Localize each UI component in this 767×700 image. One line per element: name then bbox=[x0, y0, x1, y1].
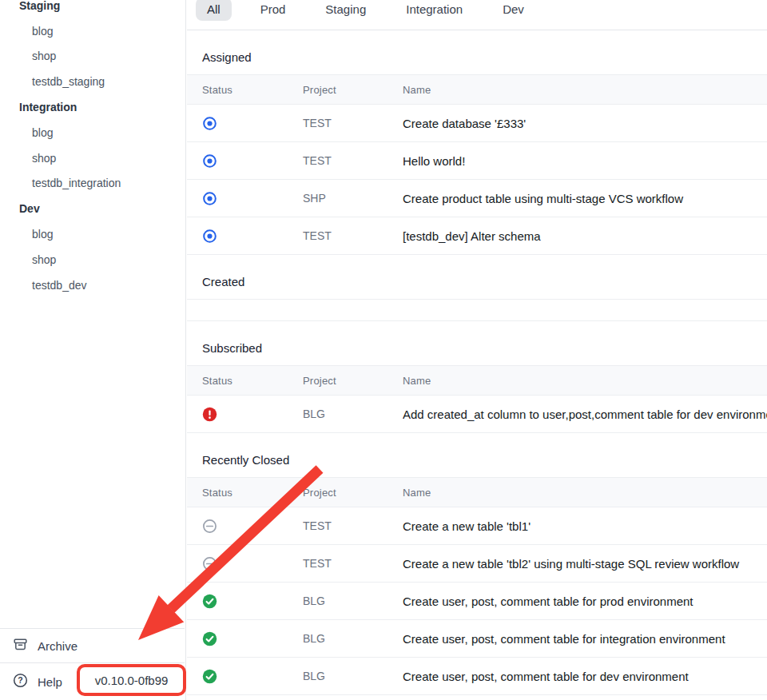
sidebar-db-testdb-dev[interactable]: testdb_dev bbox=[0, 272, 185, 298]
issue-canceled-icon bbox=[202, 556, 217, 571]
project-cell: BLG bbox=[303, 408, 403, 420]
issue-name-cell: Hello world! bbox=[403, 154, 767, 168]
svg-text:?: ? bbox=[18, 675, 22, 685]
issue-row[interactable]: TESTCreate a new table 'tbl1' bbox=[187, 507, 767, 545]
issue-name-cell: [testdb_dev] Alter schema bbox=[403, 229, 767, 243]
issue-done-icon bbox=[202, 669, 217, 684]
table-header: StatusProjectName bbox=[187, 365, 767, 396]
main-content: AllProdStagingIntegrationDev AssignedSta… bbox=[187, 0, 767, 700]
issue-name-cell: Create user, post, comment table for pro… bbox=[403, 595, 767, 608]
sidebar-db-shop[interactable]: shop bbox=[0, 247, 185, 272]
column-header-name: Name bbox=[403, 84, 767, 96]
sidebar-help-row: ? Help v0.10.0-0fb99 bbox=[0, 662, 185, 700]
question-circle-icon: ? bbox=[13, 673, 28, 690]
status-cell bbox=[187, 594, 303, 609]
sidebar-db-blog[interactable]: blog bbox=[0, 18, 185, 44]
issue-row[interactable]: BLGCreate user, post, comment table for … bbox=[187, 658, 767, 695]
issue-name-cell: Create a new table 'tbl1' bbox=[403, 519, 767, 533]
issue-name-cell: Create product table using multi-stage V… bbox=[403, 192, 767, 205]
issue-name-cell: Create user, post, comment table for int… bbox=[403, 632, 767, 646]
issue-row[interactable]: BLGAdd created_at column to user,post,co… bbox=[187, 396, 767, 433]
column-header-project: Project bbox=[303, 487, 403, 499]
archive-label: Archive bbox=[38, 639, 77, 653]
sidebar-db-shop[interactable]: shop bbox=[0, 145, 185, 171]
issue-row[interactable]: SHPCreate product table using multi-stag… bbox=[187, 180, 767, 217]
sidebar-env-integration[interactable]: Integration bbox=[0, 94, 185, 120]
sidebar-db-testdb-integration[interactable]: testdb_integration bbox=[0, 171, 185, 197]
section-created: Created bbox=[187, 255, 767, 321]
sidebar-db-shop[interactable]: shop bbox=[0, 44, 185, 70]
project-cell: BLG bbox=[303, 670, 403, 682]
sidebar-item-archive[interactable]: Archive bbox=[0, 628, 185, 662]
section-title: Assigned bbox=[187, 30, 767, 74]
project-cell: BLG bbox=[303, 632, 403, 645]
issue-error-icon bbox=[202, 407, 217, 422]
issue-canceled-icon bbox=[202, 519, 217, 534]
issue-name-cell: Create database '£333' bbox=[403, 117, 767, 130]
sidebar: Stagingblogshoptestdb_stagingIntegration… bbox=[0, 0, 186, 700]
version-badge: v0.10.0-0fb99 bbox=[77, 664, 186, 696]
column-header-status: Status bbox=[187, 84, 303, 96]
status-cell bbox=[187, 631, 303, 646]
sidebar-db-blog[interactable]: blog bbox=[0, 120, 185, 145]
issue-row[interactable]: TESTCreate a new table 'tbl2' using mult… bbox=[187, 545, 767, 583]
issue-name-cell: Add created_at column to user,post,comme… bbox=[403, 408, 767, 421]
table-header: StatusProjectName bbox=[187, 477, 767, 507]
sidebar-bottom: Archive ? Help v0.10.0-0fb99 bbox=[0, 628, 185, 700]
issue-row[interactable]: BLGCreate user, post, comment table for … bbox=[187, 620, 767, 658]
issue-open-icon bbox=[202, 116, 217, 131]
column-header-project: Project bbox=[303, 84, 403, 96]
issue-row[interactable]: TEST[testdb_dev] Alter schema bbox=[187, 217, 767, 255]
section-recently-closed: Recently ClosedStatusProjectNameTESTCrea… bbox=[187, 433, 767, 695]
archive-box-icon bbox=[13, 637, 28, 654]
column-header-name: Name bbox=[403, 487, 767, 499]
column-header-name: Name bbox=[403, 375, 767, 387]
issue-row[interactable]: BLGCreate user, post, comment table for … bbox=[187, 583, 767, 620]
sidebar-env-staging[interactable]: Staging bbox=[0, 0, 185, 18]
column-header-status: Status bbox=[187, 375, 303, 387]
status-cell bbox=[187, 407, 303, 422]
project-cell: TEST bbox=[303, 519, 403, 532]
issue-sections: AssignedStatusProjectNameTESTCreate data… bbox=[187, 30, 767, 695]
status-cell bbox=[187, 556, 303, 571]
project-cell: BLG bbox=[303, 595, 403, 607]
column-header-project: Project bbox=[303, 375, 403, 387]
status-cell bbox=[187, 116, 303, 131]
status-cell bbox=[187, 669, 303, 684]
issue-open-icon bbox=[202, 191, 217, 206]
issue-row[interactable]: TESTCreate database '£333' bbox=[187, 105, 767, 142]
database-tree: Stagingblogshoptestdb_stagingIntegration… bbox=[0, 0, 185, 298]
section-assigned: AssignedStatusProjectNameTESTCreate data… bbox=[187, 30, 767, 255]
issue-name-cell: Create user, post, comment table for dev… bbox=[403, 670, 767, 683]
issue-row[interactable]: TESTHello world! bbox=[187, 142, 767, 180]
environment-tabs: AllProdStagingIntegrationDev bbox=[187, 0, 767, 30]
section-title: Subscribed bbox=[187, 321, 767, 365]
project-cell: SHP bbox=[303, 192, 403, 205]
tab-all[interactable]: All bbox=[196, 0, 232, 21]
issue-done-icon bbox=[202, 631, 217, 646]
issue-done-icon bbox=[202, 594, 217, 609]
project-cell: TEST bbox=[303, 229, 403, 242]
tab-integration[interactable]: Integration bbox=[395, 0, 474, 21]
tab-dev[interactable]: Dev bbox=[491, 0, 535, 21]
status-cell bbox=[187, 229, 303, 244]
status-cell bbox=[187, 191, 303, 206]
project-cell: TEST bbox=[303, 117, 403, 129]
app-root: Stagingblogshoptestdb_stagingIntegration… bbox=[0, 0, 767, 700]
sidebar-env-dev[interactable]: Dev bbox=[0, 196, 185, 221]
project-cell: TEST bbox=[303, 557, 403, 570]
version-text: v0.10.0-0fb99 bbox=[95, 674, 169, 687]
section-title: Recently Closed bbox=[187, 433, 767, 477]
help-label[interactable]: Help bbox=[38, 675, 62, 689]
tab-staging[interactable]: Staging bbox=[314, 0, 377, 21]
sidebar-db-blog[interactable]: blog bbox=[0, 221, 185, 247]
column-header-status: Status bbox=[187, 487, 303, 499]
section-subscribed: SubscribedStatusProjectNameBLGAdd create… bbox=[187, 321, 767, 433]
issue-open-icon bbox=[202, 229, 217, 244]
project-cell: TEST bbox=[303, 154, 403, 167]
table-header: StatusProjectName bbox=[187, 74, 767, 105]
status-cell bbox=[187, 153, 303, 169]
tab-prod[interactable]: Prod bbox=[249, 0, 297, 21]
sidebar-db-testdb-staging[interactable]: testdb_staging bbox=[0, 69, 185, 94]
empty-table-area bbox=[187, 299, 767, 321]
